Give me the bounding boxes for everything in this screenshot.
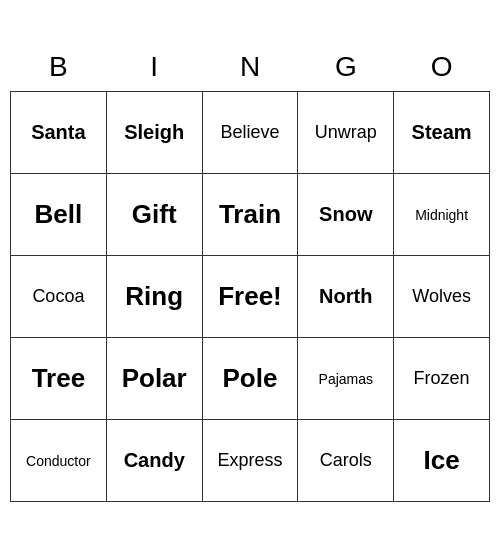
bingo-cell-r2-c4: Wolves xyxy=(394,256,490,338)
bingo-cell-r2-c0: Cocoa xyxy=(11,256,107,338)
bingo-row-1: BellGiftTrainSnowMidnight xyxy=(11,174,490,256)
header-letter-o: O xyxy=(394,42,490,92)
header-letter-i: I xyxy=(106,42,202,92)
bingo-cell-r4-c1: Candy xyxy=(106,420,202,502)
bingo-cell-r4-c0: Conductor xyxy=(11,420,107,502)
bingo-cell-r4-c3: Carols xyxy=(298,420,394,502)
bingo-cell-r3-c2: Pole xyxy=(202,338,298,420)
bingo-cell-r3-c4: Frozen xyxy=(394,338,490,420)
bingo-cell-r3-c1: Polar xyxy=(106,338,202,420)
bingo-cell-r4-c4: Ice xyxy=(394,420,490,502)
bingo-cell-r1-c3: Snow xyxy=(298,174,394,256)
bingo-cell-r3-c3: Pajamas xyxy=(298,338,394,420)
bingo-row-3: TreePolarPolePajamasFrozen xyxy=(11,338,490,420)
bingo-cell-r1-c1: Gift xyxy=(106,174,202,256)
header-letter-g: G xyxy=(298,42,394,92)
bingo-cell-r0-c4: Steam xyxy=(394,92,490,174)
header-letter-n: N xyxy=(202,42,298,92)
bingo-cell-r2-c2: Free! xyxy=(202,256,298,338)
bingo-cell-r3-c0: Tree xyxy=(11,338,107,420)
bingo-cell-r0-c2: Believe xyxy=(202,92,298,174)
bingo-card: BINGO SantaSleighBelieveUnwrapSteamBellG… xyxy=(10,42,490,503)
bingo-cell-r0-c0: Santa xyxy=(11,92,107,174)
header-letter-b: B xyxy=(11,42,107,92)
bingo-cell-r1-c2: Train xyxy=(202,174,298,256)
bingo-row-0: SantaSleighBelieveUnwrapSteam xyxy=(11,92,490,174)
bingo-cell-r1-c4: Midnight xyxy=(394,174,490,256)
bingo-cell-r2-c1: Ring xyxy=(106,256,202,338)
bingo-cell-r0-c3: Unwrap xyxy=(298,92,394,174)
bingo-cell-r2-c3: North xyxy=(298,256,394,338)
bingo-row-4: ConductorCandyExpressCarolsIce xyxy=(11,420,490,502)
header-row: BINGO xyxy=(11,42,490,92)
bingo-row-2: CocoaRingFree!NorthWolves xyxy=(11,256,490,338)
bingo-cell-r1-c0: Bell xyxy=(11,174,107,256)
bingo-cell-r4-c2: Express xyxy=(202,420,298,502)
bingo-cell-r0-c1: Sleigh xyxy=(106,92,202,174)
